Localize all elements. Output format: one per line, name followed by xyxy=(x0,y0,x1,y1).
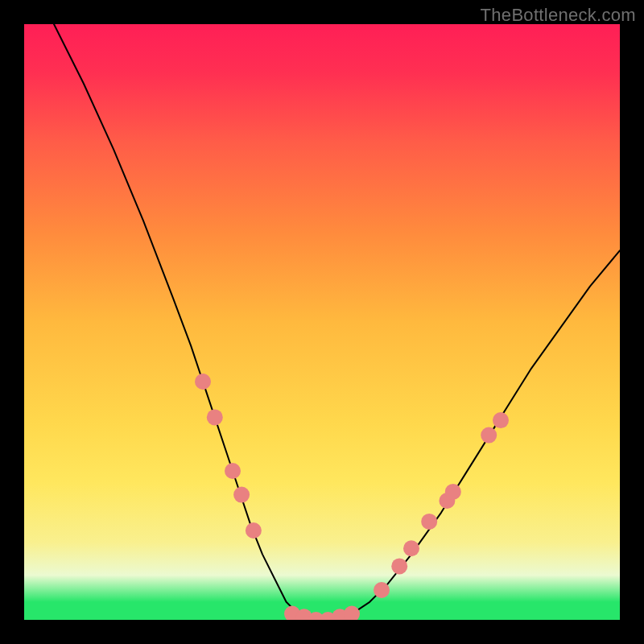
curve-marker xyxy=(391,558,407,574)
curve-markers xyxy=(195,374,509,620)
curve-marker xyxy=(195,374,211,390)
curve-marker xyxy=(225,463,241,479)
curve-marker xyxy=(403,540,419,556)
plot-area xyxy=(24,24,620,620)
curve-marker xyxy=(374,582,390,598)
chart-overlay xyxy=(24,24,620,620)
chart-frame: TheBottleneck.com xyxy=(0,0,644,644)
curve-marker xyxy=(421,514,437,530)
curve-marker xyxy=(344,606,360,620)
curve-marker xyxy=(207,409,223,425)
curve-marker xyxy=(493,412,509,428)
curve-marker xyxy=(445,484,461,500)
bottleneck-curve xyxy=(54,24,620,620)
watermark-text: TheBottleneck.com xyxy=(481,5,636,26)
curve-marker xyxy=(233,487,250,503)
curve-marker xyxy=(481,427,497,444)
curve-marker xyxy=(246,522,262,539)
